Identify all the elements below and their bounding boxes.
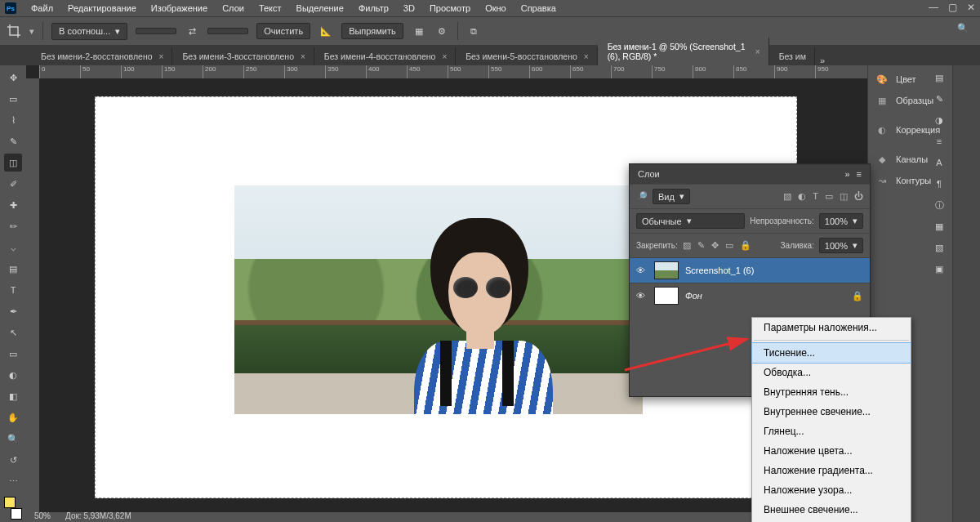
lock-position-icon[interactable]: ✥	[711, 240, 719, 251]
history-brush-icon[interactable]: ↺	[4, 451, 22, 469]
placed-image[interactable]	[234, 185, 643, 414]
layer-name[interactable]: Фон	[685, 291, 702, 301]
panel-adjustments[interactable]: ◐Коррекция	[868, 119, 952, 141]
ctx-inner-shadow[interactable]: Внутренняя тень...	[752, 382, 911, 402]
eraser-tool-icon[interactable]: ◧	[4, 387, 22, 405]
doc-tab[interactable]: Без имени-3-восстановлено×	[172, 47, 314, 65]
ctx-color-overlay[interactable]: Наложение цвета...	[752, 441, 911, 461]
eyedropper-tool-icon[interactable]: ✐	[4, 175, 22, 193]
menu-filter[interactable]: Фильтр	[352, 2, 395, 15]
heal-tool-icon[interactable]: ✚	[4, 196, 22, 214]
minimize-icon[interactable]: —	[929, 2, 938, 13]
menu-3d[interactable]: 3D	[397, 2, 421, 15]
path-select-tool-icon[interactable]: ↖	[4, 323, 22, 341]
menu-help[interactable]: Справка	[514, 2, 563, 15]
move-tool-icon[interactable]: ✥	[4, 69, 22, 87]
lock-all-icon[interactable]: 🔒	[740, 240, 751, 251]
panel-swatches[interactable]: ▦Образцы	[868, 90, 952, 111]
filter-type-icon[interactable]: T	[813, 191, 818, 202]
menu-file[interactable]: Файл	[24, 2, 60, 15]
tab-close-icon[interactable]: ×	[442, 52, 447, 61]
tabs-overflow-icon[interactable]: »	[815, 56, 830, 65]
lock-transparent-icon[interactable]: ▨	[683, 240, 691, 251]
ctx-blending-options[interactable]: Параметры наложения...	[752, 318, 911, 337]
shape-tool-icon[interactable]: ▭	[4, 345, 22, 363]
doc-tab[interactable]: Без им	[769, 47, 815, 65]
swap-icon[interactable]: ⇄	[185, 24, 199, 38]
doc-tab[interactable]: Без имени-2-восстановлено×	[31, 47, 172, 65]
height-input[interactable]	[207, 28, 248, 34]
filter-toggle-icon[interactable]: ⏻	[854, 191, 863, 202]
ctx-stroke[interactable]: Обводка...	[752, 363, 911, 382]
width-input[interactable]	[136, 28, 176, 34]
panel-paths[interactable]: ↝Контуры	[868, 170, 952, 191]
filter-shape-icon[interactable]: ▭	[825, 191, 833, 202]
ctx-gradient-overlay[interactable]: Наложение градиента...	[752, 461, 911, 480]
opacity-input[interactable]: 100%▾	[819, 213, 863, 229]
doc-tab[interactable]: Без имени-4-восстановлено×	[314, 47, 456, 65]
menu-view[interactable]: Просмотр	[423, 2, 477, 15]
nav-panel-icon[interactable]: ▦	[932, 219, 947, 234]
stamp-tool-icon[interactable]: ⌵	[4, 239, 22, 257]
zoom-tool-icon[interactable]: 🔍	[4, 430, 22, 448]
lock-artboard-icon[interactable]: ▭	[725, 240, 733, 251]
filter-smart-icon[interactable]: ◫	[840, 191, 848, 202]
clear-button[interactable]: Очистить	[256, 23, 310, 39]
grid-icon[interactable]: ▦	[412, 24, 426, 38]
menu-text[interactable]: Текст	[252, 2, 288, 15]
layer-filter-dropdown[interactable]: Вид▾	[653, 189, 690, 204]
doc-tab-active[interactable]: Без имени-1 @ 50% (Screenshot_1 (6), RGB…	[598, 38, 769, 65]
maximize-icon[interactable]: ▢	[948, 2, 957, 13]
gradient-tool-icon[interactable]: ▤	[4, 260, 22, 278]
menu-image[interactable]: Изображение	[145, 2, 214, 15]
info-panel-icon[interactable]: ⓘ	[932, 198, 947, 212]
ctx-bevel-emboss[interactable]: Тиснение...	[751, 342, 911, 364]
layer-thumbnail[interactable]	[654, 287, 679, 305]
layer-name[interactable]: Screenshot_1 (6)	[685, 265, 754, 275]
crop-tool-icon[interactable]: ◫	[4, 154, 22, 172]
tab-close-icon[interactable]: ×	[584, 52, 589, 61]
dodge-tool-icon[interactable]: ◐	[4, 366, 22, 384]
visibility-icon[interactable]: 👁	[636, 265, 648, 275]
search-icon[interactable]: 🔍	[957, 23, 969, 33]
tab-close-icon[interactable]: ×	[755, 47, 760, 56]
close-icon[interactable]: ✕	[967, 2, 975, 13]
menu-select[interactable]: Выделение	[290, 2, 350, 15]
panel-channels[interactable]: ◆Каналы	[868, 149, 952, 170]
visibility-icon[interactable]: 👁	[636, 291, 648, 301]
layer-row[interactable]: 👁 Screenshot_1 (6)	[630, 257, 870, 283]
ctx-inner-glow[interactable]: Внутреннее свечение...	[752, 402, 911, 422]
tab-close-icon[interactable]: ×	[301, 52, 305, 61]
type-tool-icon[interactable]: T	[4, 281, 22, 299]
panel-collapse-icon[interactable]: »	[844, 169, 849, 179]
more-tools-icon[interactable]: ⋯	[4, 472, 22, 490]
layer-row[interactable]: 👁 Фон 🔒	[630, 283, 870, 308]
menu-layers[interactable]: Слои	[216, 2, 251, 15]
crop-tool-icon[interactable]	[7, 24, 21, 38]
lasso-tool-icon[interactable]: ⌇	[4, 111, 22, 129]
swatch-panel-icon[interactable]: ▧	[932, 240, 947, 255]
ctx-satin[interactable]: Глянец...	[752, 422, 911, 441]
menu-edit[interactable]: Редактирование	[61, 2, 143, 15]
color-swatches[interactable]	[4, 497, 22, 520]
pen-tool-icon[interactable]: ✒	[4, 302, 22, 320]
straighten-icon[interactable]: 📐	[318, 24, 333, 38]
filter-pixel-icon[interactable]: ▧	[783, 191, 791, 202]
quick-select-tool-icon[interactable]: ✎	[4, 132, 22, 150]
background-swatch[interactable]	[11, 508, 22, 520]
filter-adjust-icon[interactable]: ◐	[798, 191, 806, 202]
tab-close-icon[interactable]: ×	[159, 52, 164, 61]
fill-input[interactable]: 100%▾	[819, 238, 863, 253]
panel-menu-icon[interactable]: ≡	[857, 169, 862, 179]
straighten-button[interactable]: Выпрямить	[341, 23, 403, 39]
blend-mode-dropdown[interactable]: Обычные▾	[636, 213, 745, 229]
lock-pixels-icon[interactable]: ✎	[697, 240, 705, 251]
foreground-swatch[interactable]	[4, 497, 16, 508]
zoom-level[interactable]: 50%	[34, 511, 51, 520]
gear-icon[interactable]: ⚙	[434, 24, 449, 38]
brush-tool-icon[interactable]: ✏	[4, 217, 22, 235]
delete-cropped-icon[interactable]: ⧉	[466, 24, 481, 38]
layer-thumbnail[interactable]	[654, 261, 679, 279]
comp-panel-icon[interactable]: ▣	[932, 261, 947, 276]
doc-tab[interactable]: Без имени-5-восстановлено×	[456, 47, 597, 65]
